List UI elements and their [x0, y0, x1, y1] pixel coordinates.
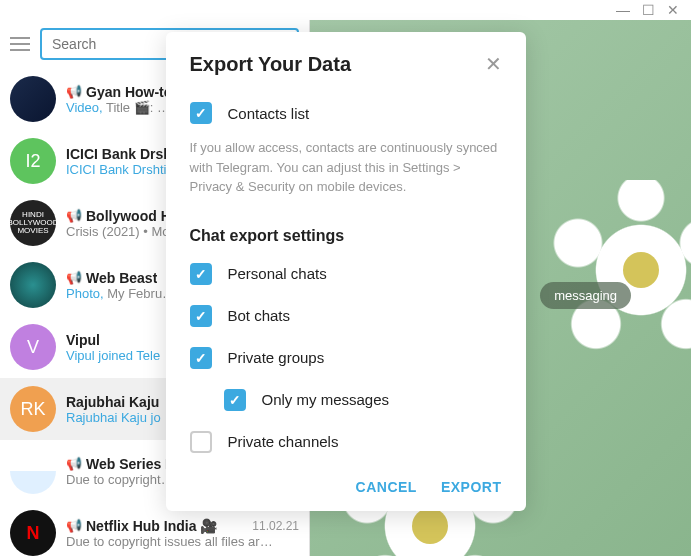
window-minimize[interactable]: — [616, 2, 630, 18]
cancel-button[interactable]: CANCEL [356, 479, 417, 495]
channel-icon: 📢 [66, 456, 82, 471]
personal-chats-checkbox[interactable] [190, 263, 212, 285]
avatar [10, 76, 56, 122]
channel-icon: 📢 [66, 270, 82, 285]
avatar: N [10, 510, 56, 556]
channel-icon: 📢 [66, 208, 82, 223]
menu-icon[interactable] [10, 37, 30, 51]
setting-label: Bot chats [228, 307, 291, 324]
setting-label: Private channels [228, 433, 339, 450]
modal-title: Export Your Data [190, 53, 352, 76]
avatar [10, 262, 56, 308]
contacts-label: Contacts list [228, 105, 310, 122]
bot-chats-checkbox[interactable] [190, 305, 212, 327]
section-title: Chat export settings [190, 213, 498, 253]
window-close[interactable]: ✕ [667, 2, 679, 18]
channel-icon: 📢 [66, 84, 82, 99]
only-my-messages-checkbox[interactable] [224, 389, 246, 411]
private-groups-checkbox[interactable] [190, 347, 212, 369]
channel-icon: 📢 [66, 518, 82, 533]
close-icon[interactable]: ✕ [485, 52, 502, 76]
window-titlebar: — ☐ ✕ [0, 0, 691, 20]
avatar: RK [10, 386, 56, 432]
setting-label: Only my messages [262, 391, 390, 408]
avatar [10, 448, 56, 494]
private-channels-checkbox[interactable] [190, 431, 212, 453]
setting-label: Personal chats [228, 265, 327, 282]
export-data-modal: Export Your Data ✕ Contacts list If you … [166, 32, 526, 511]
contacts-checkbox[interactable] [190, 102, 212, 124]
setting-label: Private groups [228, 349, 325, 366]
avatar: I2 [10, 138, 56, 184]
flower-decoration [551, 180, 691, 360]
export-button[interactable]: EXPORT [441, 479, 502, 495]
window-maximize[interactable]: ☐ [642, 2, 655, 18]
avatar: V [10, 324, 56, 370]
contacts-description: If you allow access, contacts are contin… [190, 134, 498, 213]
avatar: HINDI BOLLYWOOD MOVIES [10, 200, 56, 246]
status-badge: messaging [540, 282, 631, 309]
